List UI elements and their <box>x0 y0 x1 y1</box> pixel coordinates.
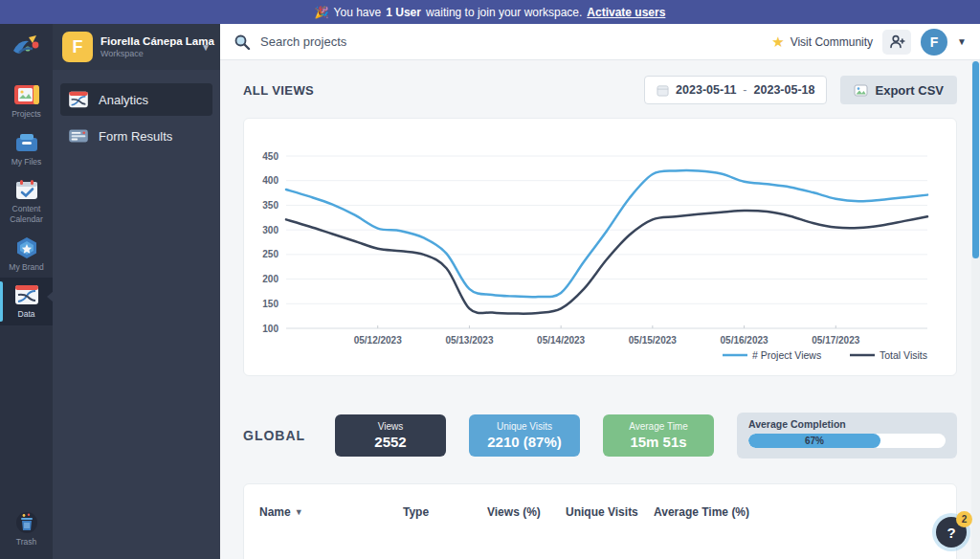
svg-text:Total Visits: Total Visits <box>880 349 927 361</box>
svg-text:350: 350 <box>262 200 278 211</box>
sidebar-item-content-calendar[interactable]: Content Calendar <box>0 172 53 230</box>
my-brand-icon <box>14 237 39 258</box>
date-separator: - <box>743 83 746 97</box>
sidebar-item-label: Trash <box>16 537 36 548</box>
search-icon <box>234 34 251 51</box>
trash-icon <box>14 512 39 533</box>
data-icon <box>14 284 39 305</box>
banner-user-count: 1 User <box>386 6 421 19</box>
column-header-views[interactable]: Views (%) <box>487 505 566 519</box>
stat-value: 2552 <box>374 434 406 450</box>
svg-text:05/14/2023: 05/14/2023 <box>537 335 585 346</box>
analytics-icon <box>68 91 89 108</box>
invite-user-button[interactable] <box>882 30 911 55</box>
workspace-avatar: F <box>62 32 93 62</box>
column-header-name[interactable]: Name ▼ <box>259 505 403 519</box>
primary-sidebar: Projects My Files Content Calendar <box>0 24 53 559</box>
svg-text:250: 250 <box>262 249 278 259</box>
stat-label: Unique Visits <box>497 421 552 432</box>
date-range-picker[interactable]: 2023-05-11 - 2023-05-18 <box>644 76 827 104</box>
svg-text:05/12/2023: 05/12/2023 <box>354 335 402 346</box>
nav-item-label: Form Results <box>99 129 172 144</box>
star-icon: ★ <box>771 34 784 51</box>
global-label: GLOBAL <box>243 428 312 443</box>
secondary-sidebar: F Fiorella Cánepa Lama Workspace ▼ Analy… <box>53 24 220 559</box>
column-header-average-time[interactable]: Average Time (%) <box>654 505 941 519</box>
sidebar-item-label: Content Calendar <box>0 204 53 224</box>
average-completion-card: Average Completion 67% <box>737 413 957 458</box>
nav-item-form-results[interactable]: Form Results <box>60 120 212 152</box>
workspace-invite-banner: 🎉 You have 1 User waiting to join your w… <box>0 0 980 24</box>
stat-label: Views <box>378 421 404 432</box>
export-csv-icon <box>854 84 868 97</box>
stat-value: 15m 51s <box>630 434 686 450</box>
unique-visits-stat-card: Unique Visits 2210 (87%) <box>469 414 580 457</box>
column-header-unique-visits[interactable]: Unique Visits <box>566 505 654 519</box>
scrollbar-thumb[interactable] <box>972 61 979 258</box>
calendar-icon <box>657 84 669 97</box>
table-header-row: Name ▼ Type Views (%) Unique Visits Aver… <box>259 505 941 519</box>
analytics-chart-svg: 10015020025030035040045005/12/202305/13/… <box>252 128 948 371</box>
chevron-down-icon[interactable]: ▼ <box>957 36 967 47</box>
nav-item-analytics[interactable]: Analytics <box>60 83 212 116</box>
export-csv-label: Export CSV <box>875 83 944 98</box>
question-icon: ? <box>947 525 955 541</box>
svg-text:400: 400 <box>262 175 278 186</box>
visit-community-label: Visit Community <box>791 35 873 49</box>
search-input[interactable] <box>260 34 762 49</box>
projects-table-card: Name ▼ Type Views (%) Unique Visits Aver… <box>243 483 957 559</box>
stat-label: Average Time <box>629 421 688 432</box>
person-add-icon <box>889 34 905 49</box>
workspace-name: Fiorella Cánepa Lama <box>100 35 193 47</box>
column-label: Name <box>259 505 291 519</box>
my-files-icon <box>14 132 39 153</box>
help-notification-badge: 2 <box>956 511 972 527</box>
section-title: ALL VIEWS <box>243 83 314 98</box>
svg-text:150: 150 <box>262 299 278 309</box>
chevron-down-icon: ▼ <box>201 42 211 53</box>
topbar: ★ Visit Community F ▼ <box>220 24 980 60</box>
sidebar-item-label: Data <box>18 309 35 320</box>
export-csv-button[interactable]: Export CSV <box>840 76 957 104</box>
completion-progress-bar: 67% <box>748 434 946 448</box>
column-label: Unique Visits <box>566 505 638 519</box>
completion-percent: 67% <box>805 436 824 446</box>
column-label: Type <box>403 505 429 519</box>
user-avatar[interactable]: F <box>921 29 947 56</box>
nav-item-label: Analytics <box>99 93 148 107</box>
sidebar-item-data[interactable]: Data <box>0 278 53 325</box>
svg-text:100: 100 <box>262 324 278 334</box>
views-chart-card: 10015020025030035040045005/12/202305/13/… <box>243 118 957 376</box>
views-stat-card: Views 2552 <box>335 414 446 457</box>
app-logo-icon[interactable] <box>10 32 44 60</box>
completion-label: Average Completion <box>748 418 946 430</box>
column-header-type[interactable]: Type <box>403 505 487 519</box>
analytics-content: ALL VIEWS 2023-05-11 - 2023-05-18 <box>220 60 980 559</box>
banner-text-suffix: waiting to join your workspace. <box>426 6 582 19</box>
column-label: Views (%) <box>487 505 541 519</box>
svg-text:05/13/2023: 05/13/2023 <box>445 335 493 346</box>
scrollbar-track <box>971 60 980 559</box>
svg-text:05/16/2023: 05/16/2023 <box>721 335 768 346</box>
projects-icon <box>14 84 39 105</box>
help-button[interactable]: ? 2 <box>936 517 967 548</box>
svg-text:05/17/2023: 05/17/2023 <box>812 335 859 346</box>
sidebar-item-my-brand[interactable]: My Brand <box>0 231 53 279</box>
sidebar-item-label: Projects <box>11 109 41 120</box>
global-stats-row: GLOBAL Views 2552 Unique Visits 2210 (87… <box>220 376 980 458</box>
activate-users-link[interactable]: Activate users <box>587 6 665 19</box>
svg-text:450: 450 <box>262 151 278 162</box>
visit-community-link[interactable]: ★ Visit Community <box>771 34 873 51</box>
svg-text:200: 200 <box>262 274 278 284</box>
banner-text-prefix: You have <box>334 6 382 19</box>
average-time-stat-card: Average Time 15m 51s <box>603 414 714 457</box>
sort-chevron-icon: ▼ <box>295 507 303 517</box>
stat-value: 2210 (87%) <box>487 434 562 450</box>
sidebar-item-label: My Files <box>11 157 42 168</box>
party-icon: 🎉 <box>315 6 329 19</box>
workspace-switcher[interactable]: F Fiorella Cánepa Lama Workspace ▼ <box>53 24 220 70</box>
sidebar-item-projects[interactable]: Projects <box>0 78 53 125</box>
date-from: 2023-05-11 <box>676 83 736 97</box>
sidebar-item-trash[interactable]: Trash <box>0 505 53 553</box>
sidebar-item-my-files[interactable]: My Files <box>0 125 53 173</box>
